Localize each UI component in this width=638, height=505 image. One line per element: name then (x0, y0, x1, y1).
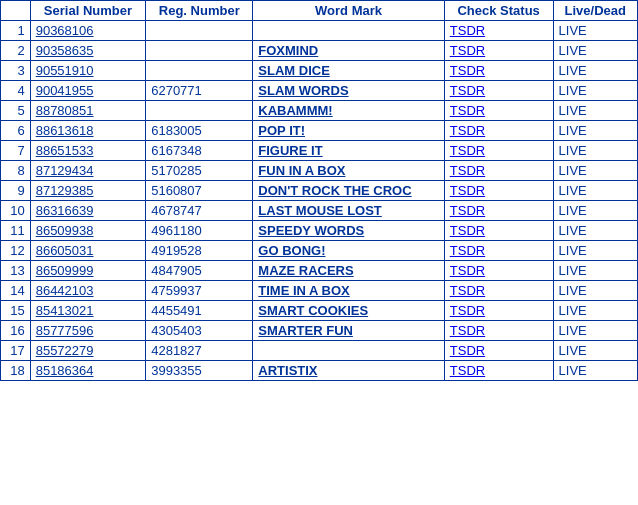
serial-link[interactable]: 86509999 (36, 263, 94, 278)
cell-check-status[interactable]: TSDR (444, 321, 553, 341)
wordmark-link[interactable]: SLAM WORDS (258, 83, 348, 98)
cell-check-status[interactable]: TSDR (444, 21, 553, 41)
tsdr-link[interactable]: TSDR (450, 363, 485, 378)
cell-wordmark[interactable]: LAST MOUSE LOST (253, 201, 444, 221)
cell-check-status[interactable]: TSDR (444, 221, 553, 241)
tsdr-link[interactable]: TSDR (450, 243, 485, 258)
wordmark-link[interactable]: GO BONG! (258, 243, 325, 258)
wordmark-link[interactable]: SLAM DICE (258, 63, 330, 78)
serial-link[interactable]: 90358635 (36, 43, 94, 58)
cell-wordmark[interactable]: DON'T ROCK THE CROC (253, 181, 444, 201)
cell-check-status[interactable]: TSDR (444, 121, 553, 141)
cell-wordmark[interactable]: TIME IN A BOX (253, 281, 444, 301)
cell-serial[interactable]: 85777596 (30, 321, 146, 341)
cell-serial[interactable]: 87129434 (30, 161, 146, 181)
wordmark-link[interactable]: POP IT! (258, 123, 305, 138)
wordmark-link[interactable]: MAZE RACERS (258, 263, 353, 278)
cell-serial[interactable]: 86442103 (30, 281, 146, 301)
wordmark-link[interactable]: FIGURE IT (258, 143, 322, 158)
cell-wordmark[interactable]: POP IT! (253, 121, 444, 141)
serial-link[interactable]: 88780851 (36, 103, 94, 118)
serial-link[interactable]: 85413021 (36, 303, 94, 318)
tsdr-link[interactable]: TSDR (450, 23, 485, 38)
serial-link[interactable]: 87129434 (36, 163, 94, 178)
cell-check-status[interactable]: TSDR (444, 281, 553, 301)
serial-link[interactable]: 90551910 (36, 63, 94, 78)
tsdr-link[interactable]: TSDR (450, 163, 485, 178)
serial-link[interactable]: 85572279 (36, 343, 94, 358)
cell-serial[interactable]: 85413021 (30, 301, 146, 321)
cell-check-status[interactable]: TSDR (444, 241, 553, 261)
wordmark-link[interactable]: FOXMIND (258, 43, 318, 58)
cell-check-status[interactable]: TSDR (444, 201, 553, 221)
cell-check-status[interactable]: TSDR (444, 181, 553, 201)
serial-link[interactable]: 87129385 (36, 183, 94, 198)
cell-wordmark[interactable] (253, 341, 444, 361)
tsdr-link[interactable]: TSDR (450, 43, 485, 58)
cell-serial[interactable]: 90041955 (30, 81, 146, 101)
cell-serial[interactable]: 88651533 (30, 141, 146, 161)
serial-link[interactable]: 86442103 (36, 283, 94, 298)
cell-serial[interactable]: 88613618 (30, 121, 146, 141)
tsdr-link[interactable]: TSDR (450, 203, 485, 218)
serial-link[interactable]: 85186364 (36, 363, 94, 378)
cell-wordmark[interactable]: SLAM DICE (253, 61, 444, 81)
cell-wordmark[interactable]: FOXMIND (253, 41, 444, 61)
cell-serial[interactable]: 85186364 (30, 361, 146, 381)
cell-wordmark[interactable]: ARTISTIX (253, 361, 444, 381)
cell-check-status[interactable]: TSDR (444, 81, 553, 101)
cell-check-status[interactable]: TSDR (444, 141, 553, 161)
tsdr-link[interactable]: TSDR (450, 303, 485, 318)
tsdr-link[interactable]: TSDR (450, 83, 485, 98)
serial-link[interactable]: 86316639 (36, 203, 94, 218)
cell-check-status[interactable]: TSDR (444, 161, 553, 181)
cell-wordmark[interactable]: FUN IN A BOX (253, 161, 444, 181)
cell-wordmark[interactable]: SMARTER FUN (253, 321, 444, 341)
tsdr-link[interactable]: TSDR (450, 223, 485, 238)
tsdr-link[interactable]: TSDR (450, 63, 485, 78)
cell-serial[interactable]: 85572279 (30, 341, 146, 361)
serial-link[interactable]: 90368106 (36, 23, 94, 38)
wordmark-link[interactable]: DON'T ROCK THE CROC (258, 183, 411, 198)
wordmark-link[interactable]: KABAMMM! (258, 103, 332, 118)
tsdr-link[interactable]: TSDR (450, 183, 485, 198)
serial-link[interactable]: 88613618 (36, 123, 94, 138)
wordmark-link[interactable]: SPEEDY WORDS (258, 223, 364, 238)
serial-link[interactable]: 86605031 (36, 243, 94, 258)
wordmark-link[interactable]: LAST MOUSE LOST (258, 203, 382, 218)
cell-check-status[interactable]: TSDR (444, 61, 553, 81)
cell-check-status[interactable]: TSDR (444, 101, 553, 121)
cell-serial[interactable]: 86316639 (30, 201, 146, 221)
cell-check-status[interactable]: TSDR (444, 301, 553, 321)
cell-check-status[interactable]: TSDR (444, 41, 553, 61)
cell-wordmark[interactable]: SMART COOKIES (253, 301, 444, 321)
tsdr-link[interactable]: TSDR (450, 143, 485, 158)
cell-wordmark[interactable]: SLAM WORDS (253, 81, 444, 101)
cell-wordmark[interactable]: GO BONG! (253, 241, 444, 261)
cell-serial[interactable]: 87129385 (30, 181, 146, 201)
cell-serial[interactable]: 88780851 (30, 101, 146, 121)
cell-wordmark[interactable] (253, 21, 444, 41)
cell-serial[interactable]: 86509999 (30, 261, 146, 281)
cell-serial[interactable]: 90368106 (30, 21, 146, 41)
cell-serial[interactable]: 86509938 (30, 221, 146, 241)
serial-link[interactable]: 88651533 (36, 143, 94, 158)
serial-link[interactable]: 90041955 (36, 83, 94, 98)
cell-check-status[interactable]: TSDR (444, 361, 553, 381)
serial-link[interactable]: 85777596 (36, 323, 94, 338)
cell-wordmark[interactable]: MAZE RACERS (253, 261, 444, 281)
cell-serial[interactable]: 90358635 (30, 41, 146, 61)
cell-wordmark[interactable]: KABAMMM! (253, 101, 444, 121)
cell-wordmark[interactable]: SPEEDY WORDS (253, 221, 444, 241)
wordmark-link[interactable]: TIME IN A BOX (258, 283, 349, 298)
wordmark-link[interactable]: FUN IN A BOX (258, 163, 345, 178)
wordmark-link[interactable]: SMART COOKIES (258, 303, 368, 318)
tsdr-link[interactable]: TSDR (450, 343, 485, 358)
tsdr-link[interactable]: TSDR (450, 323, 485, 338)
tsdr-link[interactable]: TSDR (450, 283, 485, 298)
wordmark-link[interactable]: SMARTER FUN (258, 323, 353, 338)
tsdr-link[interactable]: TSDR (450, 103, 485, 118)
cell-serial[interactable]: 90551910 (30, 61, 146, 81)
cell-check-status[interactable]: TSDR (444, 261, 553, 281)
cell-serial[interactable]: 86605031 (30, 241, 146, 261)
